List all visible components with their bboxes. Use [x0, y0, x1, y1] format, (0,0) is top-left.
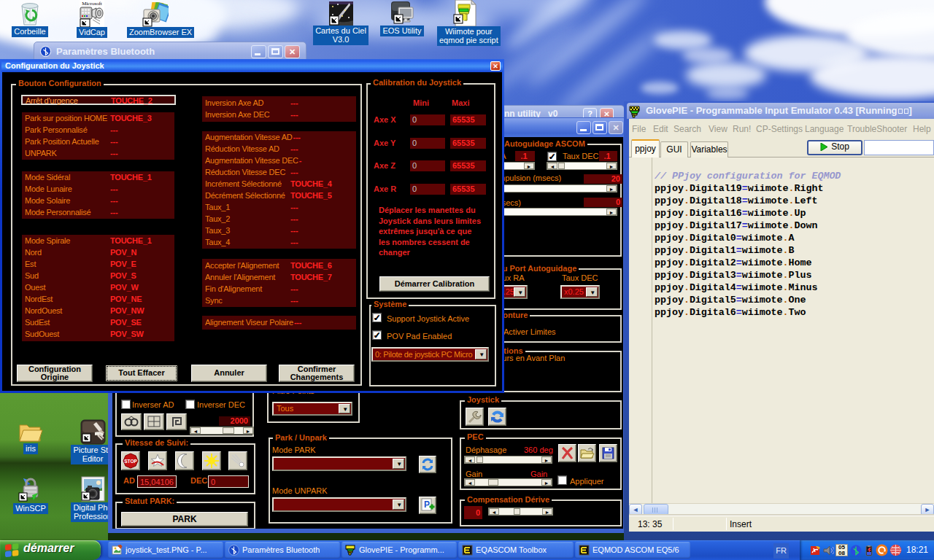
svg-text:STOP: STOP: [124, 459, 137, 464]
svg-text:Microsoft: Microsoft: [82, 1, 102, 7]
svg-text:P: P: [424, 499, 430, 510]
